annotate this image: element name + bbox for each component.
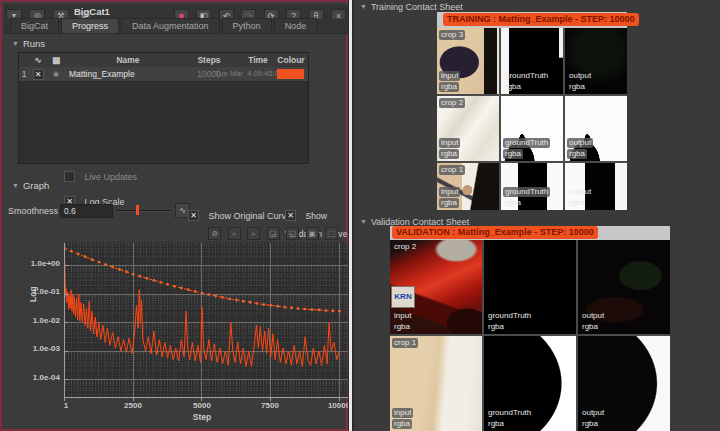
validation-contact-sheet: VALIDATION : Matting_Example - STEP: 100…: [390, 226, 670, 431]
tile-channel-label: rgba: [392, 322, 412, 332]
training-crop2-input-tile: crop 2 input rgba: [437, 96, 499, 161]
x-tick-0: 1: [44, 401, 88, 410]
tile-role-label: input: [392, 311, 413, 321]
tile-channel-label: rgba: [392, 419, 412, 429]
crop-title: crop 2: [392, 242, 418, 252]
y-tick-0: 1.0e+00: [16, 259, 60, 268]
tab-python[interactable]: Python: [222, 18, 272, 33]
run-visible-checkbox[interactable]: ✕: [29, 67, 47, 81]
run-name: Matting_Example: [65, 67, 187, 81]
tile-channel-label: rgba: [580, 322, 600, 332]
col-name: Name: [65, 53, 187, 67]
crop-title: crop 3: [439, 30, 465, 40]
application-window: ▾ ◎ ⚒ ψ BigCat1 ■ ◧ ↶ ↷ ⟳ ? θ × BigCat P…: [0, 0, 720, 431]
zoom-out-icon[interactable]: ⌕: [247, 227, 260, 240]
training-sheet-header[interactable]: ▼Training Contact Sheet: [360, 2, 463, 12]
collapse-triangle-icon: ▼: [360, 3, 367, 10]
tile-role-label: output: [580, 408, 606, 418]
training-crop1-groundtruth-tile: groundTruth rgba: [501, 163, 563, 210]
checkbox-box: [64, 171, 75, 182]
runs-section-header[interactable]: ▼Runs: [12, 38, 45, 49]
tile-role-label: output: [567, 187, 593, 197]
y-tick-4: 1.0e-04: [16, 373, 60, 382]
training-crop2-groundtruth-tile: groundTruth rgba: [501, 96, 563, 161]
run-row[interactable]: 1 ✕ ◉ Matting_Example 10000 Tue Mar 4 09…: [19, 67, 308, 82]
y-tick-3: 1.0e-03: [16, 344, 60, 353]
live-updates-label: Live Updates: [84, 172, 137, 182]
graph-toolbar: ⊘ ⌕ ⌕ ◲ ◱ ▣ ⬚: [206, 222, 338, 240]
tile-role-label: input: [392, 408, 413, 418]
live-updates-checkbox[interactable]: Live Updates: [64, 167, 137, 185]
tile-channel-label: rgba: [503, 149, 523, 159]
graph-section-header[interactable]: ▼Graph: [12, 180, 49, 191]
tab-bigcat[interactable]: BigCat: [10, 18, 59, 33]
tile-role-label: groundTruth: [503, 138, 550, 148]
tile-channel-label: rgba: [580, 419, 600, 429]
validation-crop2-groundtruth-tile: groundTruth rgba: [484, 240, 576, 334]
frame-selected-icon[interactable]: ▣: [306, 227, 319, 240]
crop-title: crop 2: [439, 98, 465, 108]
tab-progress[interactable]: Progress: [61, 18, 119, 33]
crop-title: crop 1: [439, 165, 465, 175]
tile-role-label: groundTruth: [503, 187, 550, 197]
validation-crop2-output-tile: output rgba: [578, 240, 670, 334]
tab-data-augmentation[interactable]: Data Augmentation: [121, 18, 220, 33]
tile-role-label: output: [567, 138, 593, 148]
training-crop1-output-tile: output rgba: [565, 163, 627, 210]
loss-chart[interactable]: [64, 240, 351, 402]
x-tick-3: 7500: [248, 401, 292, 410]
node-title: BigCat1: [74, 6, 110, 17]
tile-channel-label: rgba: [486, 322, 506, 332]
x-tick-1: 2500: [111, 401, 155, 410]
smoothness-input[interactable]: 0.6: [60, 204, 113, 218]
tile-role-label: input: [439, 187, 460, 197]
run-colour-swatch[interactable]: [277, 69, 304, 79]
license-plate: KRN: [391, 286, 415, 308]
properties-panel: ▾ ◎ ⚒ ψ BigCat1 ■ ◧ ↶ ↷ ⟳ ? θ × BigCat P…: [0, 0, 348, 431]
zoom-in-icon[interactable]: ⌕: [228, 227, 241, 240]
crop-title: crop 1: [392, 338, 418, 348]
tile-channel-label: rgba: [439, 149, 459, 159]
x-axis-label: Step: [180, 412, 224, 422]
validation-crop2-input-tile: KRN crop 2 input rgba: [390, 240, 482, 334]
tile-role-label: output: [567, 71, 593, 81]
collapse-triangle-icon: ▼: [360, 218, 367, 225]
tile-role-label: input: [439, 71, 460, 81]
training-crop3-groundtruth-tile: groundTruth rgba: [501, 28, 563, 94]
tile-channel-label: rgba: [567, 82, 587, 92]
tile-channel-label: rgba: [503, 82, 523, 92]
tile-channel-label: rgba: [439, 198, 459, 208]
tile-channel-label: rgba: [567, 149, 587, 159]
training-crop3-output-tile: output rgba: [565, 28, 627, 94]
run-radio[interactable]: ◉: [47, 67, 65, 81]
tile-role-label: output: [580, 311, 606, 321]
tab-node[interactable]: Node: [274, 18, 318, 33]
tile-channel-label: rgba: [486, 419, 506, 429]
smoothness-slider-handle[interactable]: [136, 205, 139, 215]
contact-sheets-panel: ▼Training Contact Sheet TRAINING : Matti…: [354, 0, 720, 431]
checkbox-box: ✕: [285, 210, 296, 221]
show-original-label: Show Original Curve: [208, 211, 291, 221]
training-crop2-output-tile: output rgba: [565, 96, 627, 161]
smoothness-slider[interactable]: [115, 210, 171, 212]
y-tick-2: 1.0e-02: [16, 316, 60, 325]
frame-x-icon[interactable]: ◲: [267, 227, 280, 240]
runs-table-header: ∿ ▦ Name Steps Time Colour: [19, 53, 308, 68]
tile-role-label: groundTruth: [486, 311, 533, 321]
curve-column-icon: ∿: [29, 53, 47, 67]
training-contact-sheet: TRAINING : Matting_Example - STEP: 10000…: [437, 12, 627, 210]
training-badge: TRAINING : Matting_Example - STEP: 10000: [443, 13, 639, 26]
tile-role-label: groundTruth: [503, 71, 550, 81]
validation-crop1-groundtruth-tile: groundTruth rgba: [484, 336, 576, 431]
grid-column-icon: ▦: [47, 53, 65, 67]
runs-table: ∿ ▦ Name Steps Time Colour 1 ✕ ◉ Matting…: [18, 52, 309, 164]
frame-all-icon[interactable]: ⬚: [325, 227, 338, 240]
tile-channel-label: rgba: [503, 198, 523, 208]
collapse-triangle-icon: ▼: [12, 40, 19, 47]
tile-role-label: groundTruth: [486, 408, 533, 418]
row-index: 1: [19, 67, 29, 81]
reset-view-icon[interactable]: ⊘: [208, 227, 221, 240]
frame-y-icon[interactable]: ◱: [286, 227, 299, 240]
smoothness-label: Smoothness: [8, 206, 58, 216]
training-crop3-input-tile: crop 3 input rgba: [437, 28, 499, 94]
